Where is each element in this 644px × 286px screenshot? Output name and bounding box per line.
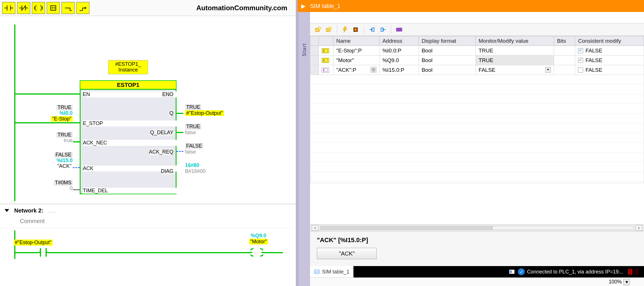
zoom-bar: 100% ▾ bbox=[310, 277, 644, 286]
cell-name[interactable]: "ACK":P bbox=[333, 65, 380, 75]
sim-row[interactable]: "ACK":P%I15.0:PBoolFALSE▾FALSE bbox=[310, 65, 644, 75]
cell-consistent[interactable]: FALSE bbox=[575, 46, 644, 56]
pin-en: EN bbox=[83, 91, 296, 97]
network-1-rung: #ESTOP1_ Instance ESTOP1 EN ENO Q E_STOP… bbox=[0, 16, 296, 204]
detail-ack-button[interactable]: "ACK" bbox=[317, 248, 377, 259]
import-icon[interactable] bbox=[379, 26, 387, 34]
col-name[interactable]: Name bbox=[333, 36, 380, 46]
tool-coil[interactable] bbox=[32, 2, 45, 14]
sim-blank-bar bbox=[310, 12, 644, 23]
output-qdelay[interactable]: TRUE false bbox=[185, 124, 201, 135]
col-bits[interactable]: Bits bbox=[554, 36, 575, 46]
network-2-comment[interactable]: Comment bbox=[0, 217, 296, 228]
export-icon[interactable] bbox=[368, 26, 376, 34]
new-tag2-icon[interactable] bbox=[325, 26, 333, 34]
tag-icon bbox=[322, 58, 329, 63]
checkbox[interactable] bbox=[578, 68, 583, 73]
network-2-header[interactable]: Network 2: ..... bbox=[0, 204, 296, 217]
contact-icon[interactable] bbox=[38, 248, 48, 257]
cell-monitor[interactable]: TRUE bbox=[475, 56, 554, 65]
status-connection: Connected to PLC_1, via address IP=19... bbox=[527, 269, 623, 275]
output-diag[interactable]: 16#80 B#16#00 bbox=[185, 162, 206, 174]
fb-title: ESTOP1 bbox=[80, 80, 177, 89]
cell-address[interactable]: %I0.0:P bbox=[380, 46, 419, 56]
network-2-rung: #"Estop-Output" %Q9.0 "Motor" bbox=[0, 228, 296, 262]
pin-q: Q bbox=[169, 110, 173, 116]
zoom-value: 100% bbox=[609, 279, 622, 285]
collapse-icon[interactable]: ▶ bbox=[300, 3, 306, 9]
cell-monitor[interactable]: FALSE▾ bbox=[475, 65, 554, 75]
checkbox[interactable] bbox=[578, 58, 583, 63]
expand-icon[interactable] bbox=[5, 209, 9, 212]
sim-header-row: Name Address Display format Monitor/Modi… bbox=[310, 36, 644, 46]
zoom-dropdown[interactable]: ▾ bbox=[624, 279, 630, 285]
cell-bits[interactable] bbox=[554, 46, 575, 56]
input-ack[interactable]: FALSE %I15.0 "ACK" bbox=[34, 152, 73, 169]
status-tab[interactable]: SIM table_1 bbox=[310, 266, 354, 277]
cell-name[interactable]: "E-Stop":P bbox=[333, 46, 380, 56]
tool-branch-close[interactable] bbox=[76, 2, 89, 14]
col-consistent[interactable]: Consistent modify bbox=[575, 36, 644, 46]
col-format[interactable]: Display format bbox=[419, 36, 475, 46]
cell-format[interactable]: Bool bbox=[419, 56, 475, 65]
status-bar: SIM table_1 ✓ Connected to PLC_1, via ad… bbox=[310, 266, 644, 277]
svg-marker-29 bbox=[343, 27, 347, 32]
scroll-right-icon[interactable]: › bbox=[635, 225, 642, 231]
cell-address[interactable]: %Q9.0 bbox=[380, 56, 419, 65]
new-tag-icon[interactable] bbox=[314, 26, 322, 34]
pin-ackreq: ACK_REQ bbox=[149, 149, 173, 155]
flash-icon[interactable] bbox=[341, 26, 349, 34]
sim-title: SIM table_1 bbox=[310, 3, 341, 9]
sim-row[interactable]: "Motor"%Q9.0BoolTRUEFALSE bbox=[310, 56, 644, 65]
ladder-toolbar: ?? AutomationCommunity.com bbox=[0, 0, 296, 16]
side-tab-start[interactable]: Start bbox=[299, 12, 310, 286]
pin-eno: ENO bbox=[162, 91, 173, 97]
dropdown-icon[interactable]: ▾ bbox=[545, 67, 551, 73]
col-monitor[interactable]: Monitor/Modify value bbox=[475, 36, 554, 46]
pin-diag: DIAG bbox=[161, 168, 173, 174]
cell-bits[interactable] bbox=[554, 56, 575, 65]
pin-qdelay: Q_DELAY bbox=[150, 130, 173, 136]
cell-name[interactable]: "Motor" bbox=[333, 56, 380, 65]
tag-icon bbox=[322, 48, 329, 53]
fb-estop1[interactable]: EN ENO Q E_STOP Q_DELAY ACK_NEC ACK_REQ … bbox=[80, 89, 177, 194]
purple-tag-icon[interactable] bbox=[395, 26, 403, 34]
output-q[interactable]: TRUE #"Estop-Output" bbox=[185, 104, 224, 116]
wire-en bbox=[15, 93, 80, 95]
svg-point-28 bbox=[329, 27, 332, 30]
tool-box[interactable]: ?? bbox=[47, 2, 60, 14]
signal-bars-icon bbox=[628, 269, 639, 275]
svg-rect-47 bbox=[315, 270, 319, 274]
input-estop[interactable]: TRUE %I0.0 "E-Stop" bbox=[34, 105, 73, 122]
input-timedel[interactable]: T#0MS 0 bbox=[34, 180, 73, 191]
net2-contact-tag[interactable]: #"Estop-Output" bbox=[14, 240, 53, 246]
cell-address[interactable]: %I15.0:P bbox=[380, 65, 419, 75]
cell-consistent[interactable]: FALSE bbox=[575, 56, 644, 65]
tool-nclosed-contact[interactable] bbox=[17, 2, 30, 14]
scroll-left-icon[interactable]: ‹ bbox=[312, 225, 319, 231]
checkbox[interactable] bbox=[578, 48, 583, 53]
cell-format[interactable]: Bool bbox=[419, 65, 475, 75]
wire-ack bbox=[73, 167, 80, 168]
tool-nopen-contact[interactable] bbox=[2, 2, 15, 14]
sim-row[interactable]: "E-Stop":P%I0.0:PBoolTRUEFALSE bbox=[310, 46, 644, 56]
svg-point-26 bbox=[318, 27, 321, 30]
cell-format[interactable]: Bool bbox=[419, 46, 475, 56]
wire-ackreq bbox=[177, 151, 183, 152]
col-address[interactable]: Address bbox=[380, 36, 419, 46]
coil-icon[interactable] bbox=[251, 248, 263, 257]
wire-timedel bbox=[73, 189, 80, 190]
svg-rect-50 bbox=[509, 270, 514, 274]
network-2: Network 2: ..... Comment #"Estop-Output" bbox=[0, 204, 296, 262]
name-picker-icon[interactable] bbox=[371, 67, 376, 73]
modify-icon[interactable] bbox=[352, 26, 360, 34]
input-acknec[interactable]: TRUE true bbox=[34, 132, 73, 144]
output-ackreq[interactable]: FALSE false bbox=[185, 143, 203, 155]
tool-branch-open[interactable] bbox=[61, 2, 75, 14]
sim-hscrollbar[interactable]: ‹ › bbox=[310, 224, 644, 231]
sim-detail-pane: "ACK" [%I15.0:P] "ACK" bbox=[310, 231, 644, 266]
cell-monitor[interactable]: TRUE bbox=[475, 46, 554, 56]
cell-consistent[interactable]: FALSE bbox=[575, 65, 644, 75]
net2-coil-tag[interactable]: %Q9.0 "Motor" bbox=[241, 233, 276, 244]
cell-bits[interactable] bbox=[554, 65, 575, 75]
